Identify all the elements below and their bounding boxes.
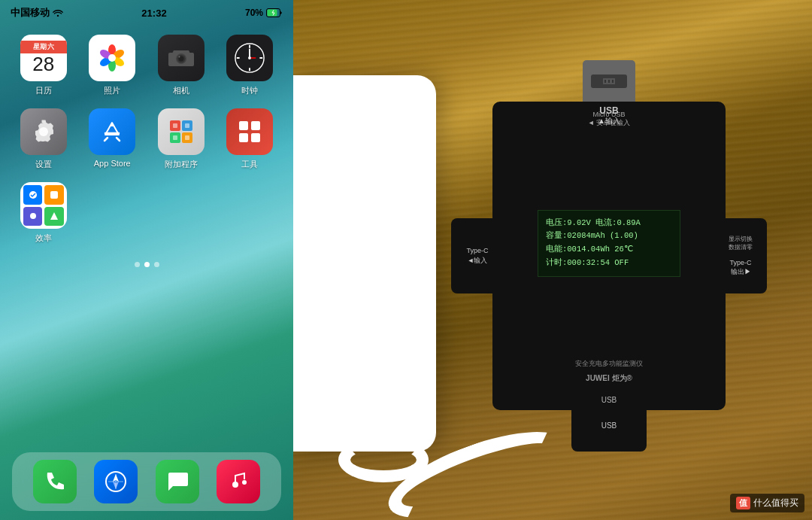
usb-bottom-label: USB <box>601 396 617 404</box>
device-main-body: Micro USB ◄ 安卓桩输入 电压:9.02V 电流:0.89A 容量:0… <box>492 102 726 410</box>
appstore-label: App Store <box>94 159 131 168</box>
display-line-2: 容量:02084mAh (1.00) <box>546 230 672 243</box>
dock-messages[interactable] <box>156 460 199 503</box>
camera-label: 相机 <box>173 85 189 96</box>
settings-icon <box>20 108 67 155</box>
cable-arc-2 <box>338 437 429 482</box>
svg-rect-27 <box>173 123 177 128</box>
app-grid: 星期六 28 日历 照片 <box>0 23 293 256</box>
calendar-day: 星期六 <box>20 41 67 53</box>
display-line-4: 计时:000:32:54 OFF <box>546 257 672 270</box>
svg-point-37 <box>30 213 36 219</box>
accessories-icon <box>158 108 205 155</box>
svg-point-44 <box>242 480 247 485</box>
usb-bottom-arm-label: USB <box>601 421 617 430</box>
dot-1 <box>135 262 140 267</box>
app-photos[interactable]: 照片 <box>84 35 141 96</box>
svg-rect-33 <box>239 133 248 142</box>
display-line-3: 电能:0014.04Wh 26℃ <box>546 243 672 257</box>
svg-rect-30 <box>185 135 189 140</box>
usb-top-label: USB ▲输入 <box>598 105 620 126</box>
calendar-icon: 星期六 28 <box>20 35 67 81</box>
svg-point-14 <box>178 56 180 58</box>
app-clock[interactable]: 时钟 <box>222 35 279 96</box>
charger-base <box>293 75 436 452</box>
app-efficiency[interactable]: 效率 <box>15 182 72 244</box>
device-display: 电压:9.02V 电流:0.89A 容量:02084mAh (1.00) 电能:… <box>538 210 680 277</box>
status-right: 70% <box>245 8 283 18</box>
app-tools[interactable]: 工具 <box>222 108 279 170</box>
usb-plug <box>583 60 635 102</box>
watermark: 值 什么值得买 <box>730 494 804 512</box>
status-time: 21:32 <box>141 8 166 19</box>
app-calendar[interactable]: 星期六 28 日历 <box>15 35 72 96</box>
efficiency-label: 效率 <box>35 233 52 244</box>
app-settings[interactable]: 设置 <box>15 108 72 170</box>
calendar-date: 28 <box>32 53 54 75</box>
wifi-icon <box>53 9 63 17</box>
battery-icon <box>266 8 283 17</box>
accessories-label: 附加程序 <box>165 159 198 170</box>
type-c-right-label: 显示切换 数据清零 Type-C 输出▶ <box>729 235 753 277</box>
svg-point-10 <box>108 54 116 62</box>
svg-point-22 <box>248 56 251 59</box>
camera-icon <box>158 35 205 81</box>
watermark-text: 什么值得买 <box>753 497 798 509</box>
svg-point-0 <box>57 15 59 17</box>
svg-rect-34 <box>251 133 260 142</box>
clock-label: 时钟 <box>241 85 258 96</box>
appstore-icon <box>89 108 135 155</box>
svg-marker-38 <box>50 212 58 220</box>
dock <box>12 452 281 511</box>
tools-label: 工具 <box>241 159 258 170</box>
dock-safari[interactable] <box>94 460 138 503</box>
app-accessories[interactable]: 附加程序 <box>153 108 210 170</box>
dot-3 <box>154 262 159 267</box>
status-left: 中国移动 <box>11 6 63 20</box>
app-appstore[interactable]: App Store <box>84 108 141 170</box>
svg-rect-29 <box>173 135 177 140</box>
svg-rect-32 <box>251 121 260 130</box>
dock-music[interactable] <box>217 460 260 503</box>
page-dots <box>0 256 293 273</box>
svg-rect-31 <box>239 121 248 130</box>
app-camera[interactable]: 相机 <box>153 35 210 96</box>
photos-icon <box>89 35 135 81</box>
brand-name: 安全充电多功能监测仪 <box>575 359 643 369</box>
battery-percent: 70% <box>245 8 263 18</box>
status-bar: 中国移动 21:32 70% <box>0 0 293 23</box>
dock-phone[interactable] <box>33 460 77 503</box>
type-c-left-label: Type-C ◄输入 <box>466 246 488 265</box>
settings-label: 设置 <box>35 159 52 170</box>
brand: JUWEI 炬为® <box>586 373 632 384</box>
svg-rect-36 <box>50 191 58 199</box>
tools-icon <box>226 108 273 155</box>
svg-rect-28 <box>185 123 189 128</box>
display-line-1: 电压:9.02V 电流:0.89A <box>546 217 672 230</box>
efficiency-icon <box>20 182 67 229</box>
carrier-text: 中国移动 <box>11 6 50 20</box>
device-photo: USB ▲输入 Micro USB ◄ 安卓桩输入 电压:9.02V 电流:0.… <box>293 0 812 520</box>
iphone-screen: 中国移动 21:32 70% 星期六 28 日历 <box>0 0 293 520</box>
usb-tester: USB ▲输入 Micro USB ◄ 安卓桩输入 电压:9.02V 电流:0.… <box>451 60 767 452</box>
photos-label: 照片 <box>104 85 120 96</box>
clock-icon <box>226 35 273 81</box>
dot-2 <box>144 262 150 267</box>
calendar-label: 日历 <box>35 85 52 96</box>
watermark-icon: 值 <box>736 497 750 509</box>
